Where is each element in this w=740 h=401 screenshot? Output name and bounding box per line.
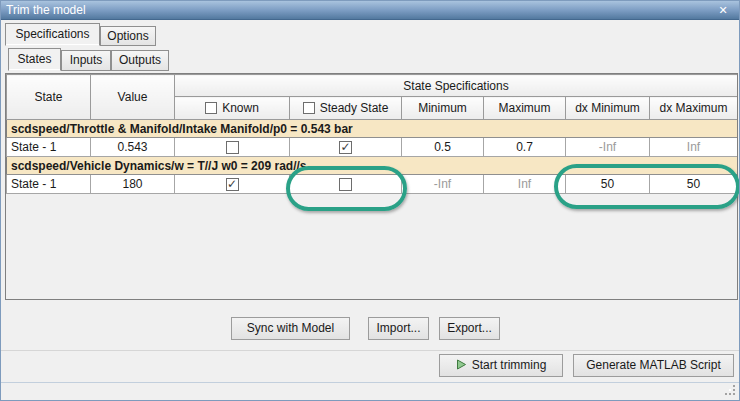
maximum-cell[interactable]: Inf bbox=[484, 175, 566, 194]
sync-with-model-button[interactable]: Sync with Model bbox=[231, 317, 350, 340]
known-select-all-checkbox[interactable] bbox=[205, 102, 217, 114]
close-icon[interactable]: ✕ bbox=[716, 3, 730, 17]
dx-minimum-cell[interactable]: 50 bbox=[566, 175, 650, 194]
tab-specifications-label: Specifications bbox=[15, 27, 89, 41]
col-header-value: Value bbox=[91, 75, 175, 120]
known-checkbox-cell: ✓ bbox=[175, 175, 290, 194]
known-checkbox[interactable]: ✓ bbox=[226, 178, 239, 191]
steady-state-checkbox-cell: ✓ bbox=[290, 138, 402, 157]
group-row-label: scdspeed/Throttle & Manifold/Intake Mani… bbox=[7, 120, 738, 138]
known-checkbox[interactable] bbox=[226, 141, 239, 154]
separator-line bbox=[1, 350, 739, 351]
col-header-steady-state: Steady State bbox=[290, 97, 402, 120]
dx-maximum-cell[interactable]: Inf bbox=[650, 138, 738, 157]
tab-specifications[interactable]: Specifications bbox=[5, 23, 100, 46]
minimum-cell[interactable]: 0.5 bbox=[402, 138, 484, 157]
col-header-dx-minimum: dx Minimum bbox=[566, 97, 650, 120]
play-icon bbox=[456, 356, 467, 377]
dx-minimum-cell[interactable]: -Inf bbox=[566, 138, 650, 157]
col-header-known-label: Known bbox=[222, 101, 259, 115]
col-header-maximum: Maximum bbox=[484, 97, 566, 120]
status-bar bbox=[1, 383, 739, 400]
tab-outputs[interactable]: Outputs bbox=[111, 50, 169, 71]
generate-matlab-script-button[interactable]: Generate MATLAB Script bbox=[573, 354, 734, 377]
start-trimming-button[interactable]: Start trimming bbox=[439, 354, 563, 377]
start-trimming-label: Start trimming bbox=[472, 358, 547, 372]
state-name-cell: State - 1 bbox=[7, 175, 91, 194]
tab-options-label: Options bbox=[107, 29, 148, 43]
tab-options[interactable]: Options bbox=[100, 26, 156, 46]
states-table-panel: State Value State Specifications Known S… bbox=[5, 73, 738, 300]
known-checkbox-cell bbox=[175, 138, 290, 157]
tab-outputs-label: Outputs bbox=[119, 53, 161, 67]
value-cell[interactable]: 0.543 bbox=[91, 138, 175, 157]
group-row-label: scdspeed/Vehicle Dynamics/w = T//J w0 = … bbox=[7, 157, 738, 175]
tab-inputs-label: Inputs bbox=[70, 53, 103, 67]
col-header-state: State bbox=[7, 75, 91, 120]
export-button[interactable]: Export... bbox=[439, 317, 500, 340]
col-header-minimum: Minimum bbox=[402, 97, 484, 120]
window-title: Trim the model bbox=[6, 3, 86, 17]
tab-states-label: States bbox=[17, 52, 51, 66]
group-row-vehicle-dynamics: scdspeed/Vehicle Dynamics/w = T//J w0 = … bbox=[7, 157, 738, 175]
state-row-2: State - 1 180 ✓ -Inf Inf 50 50 bbox=[7, 175, 738, 194]
state-row-1: State - 1 0.543 ✓ 0.5 0.7 -Inf Inf bbox=[7, 138, 738, 157]
state-name-cell: State - 1 bbox=[7, 138, 91, 157]
steady-state-select-all-checkbox[interactable] bbox=[303, 102, 315, 114]
import-button[interactable]: Import... bbox=[368, 317, 429, 340]
steady-state-checkbox-cell bbox=[290, 175, 402, 194]
col-header-steady-state-label: Steady State bbox=[320, 101, 389, 115]
tab-inputs[interactable]: Inputs bbox=[61, 50, 111, 71]
resize-grip-icon[interactable] bbox=[725, 385, 736, 399]
maximum-cell[interactable]: 0.7 bbox=[484, 138, 566, 157]
trim-model-dialog: Trim the model ✕ Specifications Options … bbox=[0, 0, 740, 401]
title-bar[interactable]: Trim the model ✕ bbox=[1, 1, 739, 20]
dx-maximum-cell[interactable]: 50 bbox=[650, 175, 738, 194]
minimum-cell[interactable]: -Inf bbox=[402, 175, 484, 194]
col-header-state-specifications: State Specifications bbox=[175, 75, 738, 97]
tab-states[interactable]: States bbox=[8, 48, 61, 71]
col-header-dx-maximum: dx Maximum bbox=[650, 97, 738, 120]
steady-state-checkbox[interactable] bbox=[339, 178, 352, 191]
states-table: State Value State Specifications Known S… bbox=[6, 74, 738, 194]
group-row-intake-manifold: scdspeed/Throttle & Manifold/Intake Mani… bbox=[7, 120, 738, 138]
col-header-known: Known bbox=[175, 97, 290, 120]
value-cell[interactable]: 180 bbox=[91, 175, 175, 194]
steady-state-checkbox[interactable]: ✓ bbox=[339, 141, 352, 154]
